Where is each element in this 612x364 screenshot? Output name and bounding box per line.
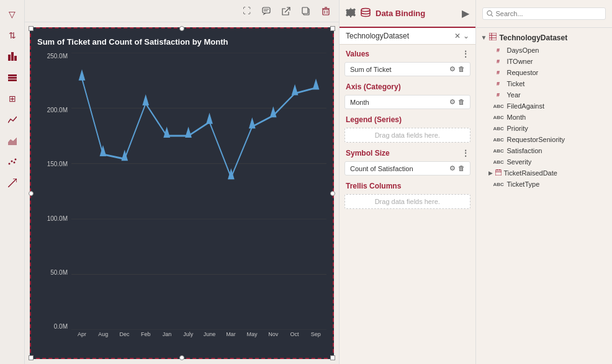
search-input[interactable] bbox=[496, 10, 601, 17]
area-chart-icon[interactable] bbox=[3, 131, 22, 150]
count-satisfaction-chip[interactable]: Count of Satisfaction ⚙ 🗑 bbox=[344, 161, 470, 175]
symbol-size-label: Symbol Size bbox=[346, 149, 390, 158]
tree-root-item[interactable]: ▼ TechnologyDataset bbox=[476, 30, 613, 45]
table-icon[interactable]: ⊞ bbox=[3, 89, 22, 108]
data-point bbox=[292, 84, 299, 95]
chip-actions: ⚙ 🗑 bbox=[449, 98, 465, 106]
handle-tr[interactable] bbox=[330, 26, 335, 31]
chart-bar-icon[interactable] bbox=[3, 47, 22, 66]
dataset-expand-button[interactable]: ⌄ bbox=[463, 32, 469, 40]
sort-icon[interactable]: ⇅ bbox=[3, 26, 22, 45]
trend-icon[interactable] bbox=[3, 110, 22, 129]
type-badge: ABC bbox=[493, 126, 503, 131]
diagonal-icon[interactable] bbox=[3, 174, 22, 192]
comment-button[interactable] bbox=[258, 3, 274, 19]
field-label: Severity bbox=[507, 158, 532, 166]
chart-container[interactable]: Sum of Ticket and Count of Satisfaction … bbox=[30, 27, 334, 359]
field-item-tickettype[interactable]: ABC TicketType bbox=[476, 179, 613, 190]
handle-ml[interactable] bbox=[29, 191, 34, 196]
dataset-clear-button[interactable]: ✕ bbox=[454, 32, 461, 40]
data-point bbox=[249, 117, 256, 128]
type-badge: # bbox=[493, 47, 503, 53]
filter-icon[interactable]: ▽ bbox=[3, 5, 22, 24]
grid-icon bbox=[489, 33, 497, 40]
chip-label: Sum of Ticket bbox=[350, 66, 449, 73]
handle-bl[interactable] bbox=[29, 355, 34, 360]
field-item-year[interactable]: # Year bbox=[476, 89, 613, 100]
share-button[interactable] bbox=[278, 3, 294, 19]
chart-title: Sum of Ticket and Count of Satisfaction … bbox=[37, 37, 326, 47]
chip-gear-button[interactable]: ⚙ bbox=[449, 164, 456, 172]
type-badge: # bbox=[493, 81, 503, 87]
chart-column-icon[interactable] bbox=[3, 68, 22, 87]
field-label: Priority bbox=[507, 125, 528, 132]
expand-button[interactable]: ⛶ bbox=[238, 3, 254, 19]
field-item-priority[interactable]: ABC Priority bbox=[476, 123, 613, 134]
type-badge: ABC bbox=[493, 159, 503, 165]
svg-rect-31 bbox=[489, 33, 497, 40]
field-item-daysopen[interactable]: # DaysOpen bbox=[476, 45, 613, 56]
svg-rect-0 bbox=[8, 55, 11, 61]
svg-point-6 bbox=[8, 163, 10, 165]
field-item-month[interactable]: ABC Month bbox=[476, 112, 613, 123]
handle-mr[interactable] bbox=[330, 191, 335, 196]
dataset-name: TechnologyDataset bbox=[346, 32, 454, 40]
values-label: Values bbox=[346, 50, 369, 58]
chip-delete-button[interactable]: 🗑 bbox=[458, 164, 465, 172]
svg-point-8 bbox=[13, 162, 15, 164]
field-item-requestorseniority[interactable]: ABC RequestorSeniority bbox=[476, 134, 613, 145]
field-item-ticket[interactable]: # Ticket bbox=[476, 78, 613, 89]
x-label: Apr bbox=[71, 331, 92, 337]
values-more-button[interactable]: ⋮ bbox=[462, 50, 469, 58]
field-label: Requestor bbox=[507, 69, 539, 76]
field-item-itowner[interactable]: # ITOwner bbox=[476, 56, 613, 67]
field-label: FiledAgainst bbox=[507, 102, 545, 110]
y-label: 50.0M bbox=[50, 269, 68, 276]
legend-label: Legend (Series) bbox=[346, 115, 402, 124]
handle-tl[interactable] bbox=[29, 26, 34, 31]
sum-of-ticket-chip[interactable]: Sum of Ticket ⚙ 🗑 bbox=[344, 62, 470, 76]
data-point bbox=[185, 127, 192, 138]
svg-rect-5 bbox=[8, 79, 17, 81]
collapse-button[interactable]: ▶ bbox=[462, 7, 469, 19]
y-label: 150.0M bbox=[47, 161, 68, 167]
x-label: Dec bbox=[114, 331, 135, 337]
chip-gear-button[interactable]: ⚙ bbox=[449, 65, 456, 73]
field-item-filedagainst[interactable]: ABC FiledAgainst bbox=[476, 100, 613, 112]
trellis-drop-zone[interactable]: Drag data fields here. bbox=[344, 194, 470, 209]
chip-delete-button[interactable]: 🗑 bbox=[458, 98, 465, 106]
handle-bm[interactable] bbox=[179, 355, 184, 360]
type-badge: # bbox=[493, 92, 503, 98]
x-label: Nov bbox=[263, 331, 284, 337]
field-item-severity[interactable]: ABC Severity bbox=[476, 156, 613, 167]
field-item-requestor[interactable]: # Requestor bbox=[476, 67, 613, 78]
table-icon bbox=[489, 33, 497, 42]
field-item-satisfaction[interactable]: ABC Satisfaction bbox=[476, 145, 613, 156]
chip-delete-button[interactable]: 🗑 bbox=[458, 65, 465, 73]
svg-line-30 bbox=[491, 15, 493, 17]
legend-drop-zone[interactable]: Drag data fields here. bbox=[344, 128, 470, 143]
symbol-size-more-button[interactable]: ⋮ bbox=[462, 149, 469, 158]
scatter-icon[interactable] bbox=[3, 153, 22, 171]
chip-actions: ⚙ 🗑 bbox=[449, 164, 465, 172]
calendar-icon bbox=[495, 169, 502, 177]
field-item-ticketraiseddate[interactable]: ▶ TicketRaisedDate bbox=[476, 167, 613, 179]
svg-point-28 bbox=[361, 8, 370, 11]
delete-button[interactable] bbox=[318, 3, 334, 19]
type-badge: # bbox=[493, 69, 503, 76]
axis-label: Axis (Category) bbox=[346, 82, 401, 91]
copy-button[interactable] bbox=[298, 3, 314, 19]
dataset-actions: ✕ ⌄ bbox=[454, 32, 469, 40]
expand-arrow: ▶ bbox=[488, 170, 493, 176]
month-chip[interactable]: Month ⚙ 🗑 bbox=[344, 95, 470, 109]
search-box[interactable] bbox=[482, 7, 606, 20]
data-point bbox=[206, 113, 213, 124]
root-label: TechnologyDataset bbox=[499, 33, 567, 42]
chip-gear-button[interactable]: ⚙ bbox=[449, 98, 456, 106]
handle-tm[interactable] bbox=[179, 26, 184, 31]
field-label: ITOwner bbox=[507, 58, 533, 65]
handle-br[interactable] bbox=[330, 355, 335, 360]
expand-icon: ▼ bbox=[481, 34, 487, 41]
data-point bbox=[313, 79, 320, 90]
field-tree: ▼ TechnologyDataset # DaysOpen # ITOwner… bbox=[476, 28, 613, 364]
